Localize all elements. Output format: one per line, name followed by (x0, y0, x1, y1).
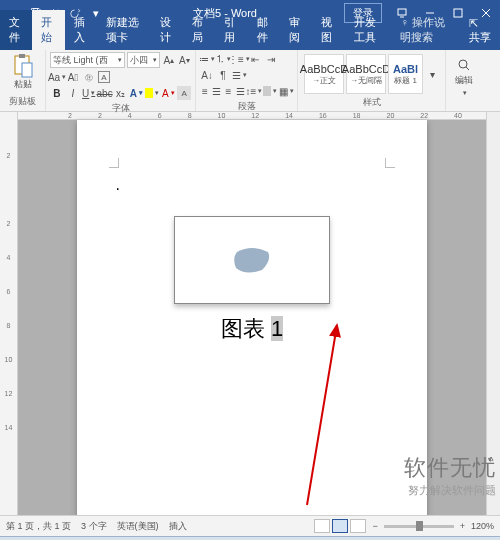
svg-point-8 (459, 60, 467, 68)
font-color-button[interactable]: A▾ (161, 86, 175, 100)
zoom-in-button[interactable]: + (460, 521, 465, 531)
group-font-label: 字体 (50, 102, 191, 116)
font-size-combo[interactable]: 小四▾ (127, 52, 160, 68)
tab-newtab[interactable]: 新建选项卡 (97, 10, 151, 50)
group-paragraph-label: 段落 (200, 100, 293, 114)
phonetic-button[interactable]: ㊟ (82, 70, 96, 84)
tab-layout[interactable]: 布局 (183, 10, 215, 50)
line-spacing-button[interactable]: ↕≡▾ (247, 84, 261, 98)
char-border-button[interactable]: A (98, 71, 110, 83)
annotation-arrow (207, 315, 347, 515)
align-dist-button[interactable]: ☰▾ (232, 68, 246, 82)
strike-button[interactable]: abc (98, 86, 112, 100)
tab-review[interactable]: 审阅 (280, 10, 312, 50)
style-nospacing[interactable]: AaBbCcD→无间隔 (346, 54, 386, 94)
underline-button[interactable]: U▾ (82, 86, 96, 100)
view-web-button[interactable] (350, 519, 366, 533)
system-taskbar: 中 🔊 🌐 🔋 🕓 (0, 536, 500, 540)
tab-file[interactable]: 文件 (0, 10, 32, 50)
change-case-button[interactable]: Aa▾ (50, 70, 64, 84)
collapse-ribbon-button[interactable]: ^ (484, 454, 498, 468)
tab-view[interactable]: 视图 (312, 10, 344, 50)
italic-button[interactable]: I (66, 86, 80, 100)
text-effects-button[interactable]: A▾ (129, 86, 143, 100)
tell-me[interactable]: ♀ 操作说明搜索 (391, 10, 459, 50)
align-center-button[interactable]: ☰ (212, 84, 222, 98)
svg-rect-6 (19, 54, 25, 58)
multilevel-button[interactable]: ⋮≡▾ (232, 52, 246, 66)
view-print-button[interactable] (332, 519, 348, 533)
tab-insert[interactable]: 插入 (65, 10, 97, 50)
sort-button[interactable]: A↓ (200, 68, 214, 82)
justify-button[interactable]: ☰ (235, 84, 245, 98)
margin-corner (109, 158, 119, 168)
view-read-button[interactable] (314, 519, 330, 533)
status-lang[interactable]: 英语(美国) (117, 520, 159, 533)
styles-more-button[interactable]: ▾ (425, 67, 439, 81)
tab-design[interactable]: 设计 (151, 10, 183, 50)
zoom-level[interactable]: 120% (471, 521, 494, 531)
shading-button[interactable]: ▾ (263, 84, 277, 98)
group-styles-label: 样式 (302, 96, 441, 110)
clear-format-button[interactable]: A⃠ (66, 70, 80, 84)
ribbon: 粘贴 剪贴板 等线 Light (西▾ 小四▾ A▴ A▾ Aa▾ A⃠ ㊟ A… (0, 50, 500, 112)
status-page[interactable]: 第 1 页，共 1 页 (6, 520, 71, 533)
group-clipboard-label: 剪贴板 (4, 95, 41, 109)
share-button[interactable]: ⇱ 共享 (460, 12, 500, 50)
status-insert[interactable]: 插入 (169, 520, 187, 533)
zoom-out-button[interactable]: − (372, 521, 377, 531)
zoom-slider[interactable] (384, 525, 454, 528)
paste-button[interactable]: 粘贴 (4, 52, 41, 93)
style-normal[interactable]: AaBbCcD→正文 (304, 54, 344, 94)
char-shading-button[interactable]: A (177, 86, 191, 100)
vertical-ruler[interactable]: 22468101214 (0, 112, 18, 515)
margin-corner (385, 158, 395, 168)
grow-font-button[interactable]: A▴ (162, 53, 175, 67)
editing-button[interactable]: 编辑 (455, 74, 473, 87)
styles-gallery[interactable]: AaBbCcD→正文 AaBbCcD→无间隔 AaBl标题 1 ▾ (302, 52, 441, 96)
align-right-button[interactable]: ≡ (224, 84, 234, 98)
tab-dev[interactable]: 开发工具 (345, 10, 392, 50)
borders-button[interactable]: ▦▾ (279, 84, 293, 98)
inc-indent-button[interactable]: ⇥ (264, 52, 278, 66)
shrink-font-button[interactable]: A▾ (178, 53, 191, 67)
tab-mail[interactable]: 邮件 (248, 10, 280, 50)
font-name-combo[interactable]: 等线 Light (西▾ (50, 52, 125, 68)
tab-home[interactable]: 开始 (32, 10, 64, 50)
document-page[interactable]: · 图表 1 (77, 120, 427, 515)
bold-button[interactable]: B (50, 86, 64, 100)
caption-number-field[interactable]: 1 (271, 316, 283, 341)
align-left-button[interactable]: ≡ (200, 84, 210, 98)
ribbon-tabs: 文件 开始 插入 新建选项卡 设计 布局 引用 邮件 审阅 视图 开发工具 ♀ … (0, 26, 500, 50)
find-icon (457, 58, 471, 72)
show-marks-button[interactable]: ¶ (216, 68, 230, 82)
svg-line-9 (307, 325, 337, 505)
status-bar: 第 1 页，共 1 页 3 个字 英语(美国) 插入 − + 120% (0, 515, 500, 536)
style-heading1[interactable]: AaBl标题 1 (388, 54, 423, 94)
dec-indent-button[interactable]: ⇤ (248, 52, 262, 66)
tab-refs[interactable]: 引用 (215, 10, 247, 50)
highlight-button[interactable]: ▾ (145, 86, 159, 100)
bullets-button[interactable]: ≔▾ (200, 52, 214, 66)
status-words[interactable]: 3 个字 (81, 520, 107, 533)
inserted-image[interactable] (174, 216, 330, 304)
image-caption[interactable]: 图表 1 (111, 314, 393, 344)
svg-rect-7 (22, 63, 32, 77)
sub-super-button[interactable]: x₂ (114, 86, 128, 100)
